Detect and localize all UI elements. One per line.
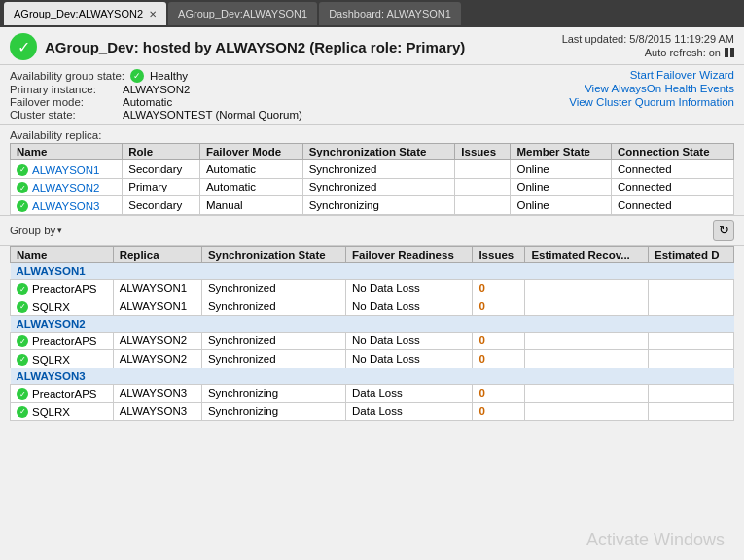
replica-section-label: Availability replica: — [10, 129, 734, 141]
db-failover-readiness-cell: No Data Loss — [345, 350, 472, 368]
tab-agroup-dev-alwayson2[interactable]: AGroup_Dev:ALWAYSON2 ✕ — [4, 2, 166, 25]
view-cluster-quorum-link[interactable]: View Cluster Quorum Information — [569, 96, 734, 108]
status-icon: ✓ — [17, 200, 28, 212]
info-row-cluster-state: Cluster state: ALWAYSONTEST (Normal Quor… — [10, 109, 302, 121]
auto-refresh-label: Auto refresh: on — [645, 47, 721, 58]
replica-role-cell: Secondary — [123, 196, 200, 215]
tab-label-1: AGroup_Dev:ALWAYSON2 — [14, 8, 143, 19]
replica-sync-state-cell: Synchronizing — [302, 196, 455, 215]
tab-agroup-dev-alwayson1[interactable]: AGroup_Dev:ALWAYSON1 — [168, 2, 317, 25]
group-header-cell: ALWAYSON2 — [11, 315, 734, 332]
db-sync-state-cell: Synchronizing — [201, 402, 345, 421]
col-header-sync-state: Synchronization State — [302, 144, 455, 160]
db-status-icon: ✓ — [17, 335, 28, 347]
col-header-name: Name — [11, 144, 123, 160]
db-name-cell: ✓ SQLRX — [11, 298, 114, 316]
label-availability-state: Availability group state: — [10, 70, 124, 82]
table-row: ✓ ALWAYSON1 Secondary Automatic Synchron… — [11, 160, 734, 179]
replica-section: Availability replica: Name Role Failover… — [0, 125, 744, 215]
db-col-replica: Replica — [113, 246, 201, 262]
auto-refresh-status: Auto refresh: on — [562, 47, 734, 58]
info-row-primary-instance: Primary instance: ALWAYSON2 — [10, 84, 302, 95]
replica-table-header: Name Role Failover Mode Synchronization … — [11, 144, 734, 160]
replica-sync-state-cell: Synchronized — [302, 178, 455, 196]
group-header-row: ALWAYSON1 — [11, 262, 734, 279]
db-est-d-cell — [649, 332, 734, 350]
replica-failover-mode-cell: Manual — [199, 196, 302, 215]
db-replica-cell: ALWAYSON3 — [113, 402, 201, 421]
view-alwayson-health-events-link[interactable]: View AlwaysOn Health Events — [585, 83, 734, 94]
groupby-bar: Group by ▾ ↻ — [0, 215, 744, 246]
db-failover-readiness-cell: Data Loss — [345, 402, 472, 421]
col-header-role: Role — [123, 144, 200, 160]
refresh-button[interactable]: ↻ — [713, 220, 734, 241]
db-issues-cell: 0 — [473, 384, 525, 402]
pause-bar-2 — [730, 48, 734, 57]
db-failover-readiness-cell: No Data Loss — [345, 298, 472, 316]
tab-dashboard-alwayson1[interactable]: Dashboard: ALWAYSON1 — [319, 2, 461, 25]
replica-name-cell: ✓ ALWAYSON3 — [11, 196, 123, 215]
list-item: ✓ PreactorAPS ALWAYSON3 Synchronizing Da… — [11, 384, 734, 402]
groupby-button[interactable]: Group by ▾ — [10, 225, 62, 236]
replica-member-state-cell: Online — [511, 196, 612, 215]
db-est-recov-cell — [525, 298, 649, 316]
status-icon: ✓ — [17, 182, 28, 193]
col-header-failover-mode: Failover Mode — [199, 144, 302, 160]
label-failover-mode: Failover mode: — [10, 96, 117, 108]
db-name-cell: ✓ PreactorAPS — [11, 279, 114, 298]
db-status-icon: ✓ — [17, 388, 28, 400]
start-failover-wizard-link[interactable]: Start Failover Wizard — [630, 69, 734, 81]
db-replica-cell: ALWAYSON2 — [113, 350, 201, 368]
header-section: ✓ AGroup_Dev: hosted by ALWAYSON2 (Repli… — [0, 27, 744, 65]
value-primary-instance: ALWAYSON2 — [123, 84, 190, 95]
header-left: ✓ AGroup_Dev: hosted by ALWAYSON2 (Repli… — [10, 33, 465, 60]
replica-name-cell: ✓ ALWAYSON2 — [11, 178, 123, 196]
groupby-label: Group by — [10, 225, 55, 236]
db-section: Name Replica Synchronization State Failo… — [0, 246, 744, 561]
db-est-recov-cell — [525, 279, 649, 298]
replica-table: Name Role Failover Mode Synchronization … — [10, 143, 734, 215]
col-header-connection-state: Connection State — [612, 144, 734, 160]
label-cluster-state: Cluster state: — [10, 109, 117, 121]
list-item: ✓ SQLRX ALWAYSON2 Synchronized No Data L… — [11, 350, 734, 368]
db-name-cell: ✓ PreactorAPS — [11, 332, 114, 350]
tab-label-3: Dashboard: ALWAYSON1 — [329, 8, 451, 19]
db-sync-state-cell: Synchronizing — [201, 384, 345, 402]
value-cluster-state: ALWAYSONTEST (Normal Quorum) — [123, 109, 302, 121]
title-bar: AGroup_Dev:ALWAYSON2 ✕ AGroup_Dev:ALWAYS… — [0, 0, 744, 27]
pause-bar-1 — [725, 48, 728, 57]
db-est-recov-cell — [525, 384, 649, 402]
db-name-cell: ✓ SQLRX — [11, 402, 114, 421]
db-issues-cell: 0 — [473, 298, 525, 316]
replica-connection-state-cell: Connected — [612, 178, 734, 196]
db-est-d-cell — [649, 402, 734, 421]
group-header-cell: ALWAYSON1 — [11, 262, 734, 279]
group-header-row: ALWAYSON2 — [11, 315, 734, 332]
replica-member-state-cell: Online — [511, 178, 612, 196]
db-est-d-cell — [649, 298, 734, 316]
db-col-name: Name — [11, 246, 114, 262]
db-failover-readiness-cell: No Data Loss — [345, 279, 472, 298]
db-col-est-recov: Estimated Recov... — [525, 246, 649, 262]
db-replica-cell: ALWAYSON2 — [113, 332, 201, 350]
replica-name-cell: ✓ ALWAYSON1 — [11, 160, 123, 179]
close-tab-icon-1[interactable]: ✕ — [149, 9, 157, 19]
db-failover-readiness-cell: Data Loss — [345, 384, 472, 402]
replica-issues-cell — [455, 196, 511, 215]
replica-name-link[interactable]: ALWAYSON1 — [32, 164, 99, 176]
replica-sync-state-cell: Synchronized — [302, 160, 455, 179]
pause-icon[interactable] — [725, 48, 734, 57]
tab-label-2: AGroup_Dev:ALWAYSON1 — [178, 8, 307, 19]
db-status-icon: ✓ — [17, 301, 28, 313]
replica-name-link[interactable]: ALWAYSON2 — [32, 182, 99, 193]
group-header-row: ALWAYSON3 — [11, 368, 734, 384]
db-est-d-cell — [649, 350, 734, 368]
healthy-check-icon: ✓ — [130, 69, 144, 83]
info-right: Start Failover Wizard View AlwaysOn Heal… — [569, 69, 734, 121]
replica-table-body: ✓ ALWAYSON1 Secondary Automatic Synchron… — [11, 160, 734, 215]
groupby-dropdown-arrow: ▾ — [57, 226, 62, 235]
replica-name-link[interactable]: ALWAYSON3 — [32, 200, 99, 212]
table-row: ✓ ALWAYSON3 Secondary Manual Synchronizi… — [11, 196, 734, 215]
db-sync-state-cell: Synchronized — [201, 350, 345, 368]
replica-role-cell: Secondary — [123, 160, 200, 179]
